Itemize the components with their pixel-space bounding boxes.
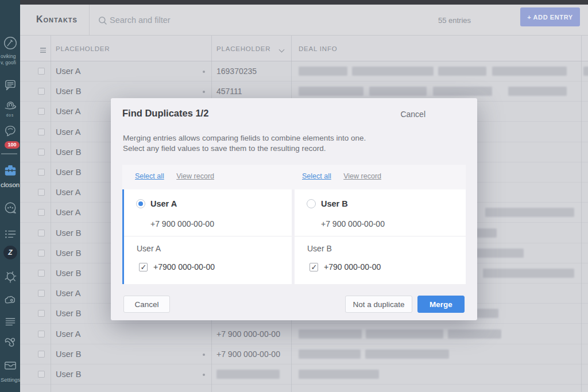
duplicate-panel: Select all View record Select all View r… [122, 165, 466, 284]
contact-name[interactable]: User B [56, 168, 81, 177]
row-checkbox[interactable] [38, 290, 45, 297]
merge-button[interactable]: Merge [417, 296, 465, 313]
sidebar-item-label[interactable]: Settings [1, 377, 24, 383]
sidebar-icon-caption: dos [0, 113, 20, 117]
contact-name[interactable]: User A [56, 127, 81, 137]
redacted-deal-pill [433, 87, 492, 96]
column-header-phone[interactable]: PLACEHOLDER [216, 45, 270, 52]
column-header-name[interactable]: PLACEHOLDER [56, 45, 110, 52]
row-checkbox[interactable] [38, 351, 45, 358]
row-checkbox[interactable] [38, 169, 45, 176]
cancel-button[interactable]: Cancel [123, 296, 170, 313]
tray-icon[interactable] [0, 358, 20, 373]
contact-phone: 169370235 [216, 67, 257, 76]
svg-text:Z: Z [7, 249, 13, 257]
contact-name[interactable]: User A [56, 67, 81, 76]
gear-doodle-icon[interactable] [0, 270, 20, 285]
radio-user-b[interactable] [307, 199, 316, 208]
sketch-bubble-icon[interactable] [0, 123, 20, 138]
line-list-icon[interactable] [0, 315, 20, 329]
chat-bubble-icon[interactable] [0, 77, 20, 92]
app-window: ovikingv, goofidos100closonZSettings Kon… [0, 0, 588, 392]
contact-name[interactable]: User B [56, 269, 81, 278]
compass-icon[interactable] [0, 36, 20, 51]
sidebar-divider [1, 153, 17, 154]
row-checkbox[interactable] [38, 129, 45, 135]
sidebar-account-label: ovikingv, goofi [1, 53, 24, 66]
contact-name[interactable]: User B [56, 228, 81, 238]
z-logo-icon[interactable]: Z [0, 245, 20, 260]
sidebar-item-label: closon [1, 181, 24, 188]
row-checkbox[interactable] [38, 310, 45, 317]
row-checkbox[interactable] [38, 68, 45, 75]
search-input[interactable] [110, 5, 328, 36]
handset-doodle-icon[interactable] [0, 335, 20, 350]
record-phone: +7 900 000-00-00 [321, 219, 385, 228]
redacted-deal-pill [508, 87, 567, 96]
divider [295, 236, 466, 236]
duplicate-card-user-b: User B +7 900 000-00-00 User B +790 000-… [295, 189, 466, 284]
redacted-deal-pill [299, 329, 362, 339]
radio-user-a[interactable] [136, 199, 145, 208]
row-checkbox[interactable] [38, 250, 45, 257]
topbar: Kontakts 55 entries + ADD ENTRY [20, 5, 588, 36]
row-checkbox[interactable] [38, 209, 45, 216]
checkbox-phone-b[interactable] [310, 263, 318, 271]
contact-phone: +7 900 000-00-00 [216, 350, 280, 359]
contact-name[interactable]: User B [56, 87, 81, 96]
cloud-doodle-icon[interactable] [0, 293, 20, 308]
modal-description: Select any field values to save them to … [123, 144, 456, 153]
contact-name[interactable]: User B [56, 350, 81, 359]
table-row[interactable]: User B [20, 364, 588, 385]
row-checkbox[interactable] [38, 108, 45, 115]
bullet-list-icon[interactable] [0, 227, 20, 242]
redacted-deal-pill [299, 350, 361, 359]
redacted-deal-pill [485, 208, 574, 217]
contact-name[interactable]: User B [56, 370, 81, 379]
row-checkbox[interactable] [38, 189, 45, 196]
row-checkbox[interactable] [38, 371, 45, 378]
contact-phone: 457111 [216, 87, 242, 96]
page-title: Kontakts [36, 14, 78, 25]
redacted-deal-pill [299, 67, 347, 76]
briefcase-icon[interactable] [0, 163, 20, 178]
record-phone: +7 900 000-00-00 [150, 219, 214, 228]
hamburger-icon[interactable] [40, 48, 46, 54]
row-checkbox[interactable] [38, 331, 45, 337]
row-checkbox[interactable] [38, 149, 45, 156]
divider [124, 236, 292, 236]
contact-name[interactable]: User B [56, 309, 81, 318]
table-row[interactable]: User A+7 900 000-00-00 [20, 324, 588, 344]
column-header-deal-info: DEAL INFO [299, 45, 337, 52]
not-a-duplicate-button[interactable]: Not a duplicate [345, 296, 412, 313]
row-checkbox[interactable] [38, 88, 45, 95]
redacted-deal-pill [448, 329, 501, 339]
checkbox-value[interactable]: +7900 000-00-00 [153, 262, 215, 271]
select-all-link[interactable]: Select all [135, 172, 164, 180]
add-entry-button[interactable]: + ADD ENTRY [520, 7, 580, 26]
view-record-link[interactable]: View record [176, 172, 214, 180]
view-record-link[interactable]: View record [343, 172, 381, 180]
contact-name[interactable]: User A [56, 289, 81, 298]
table-row[interactable]: User B+7 900 000-00-00 [20, 344, 588, 364]
redacted-deal-pill [483, 269, 574, 278]
chevron-down-icon[interactable] [279, 47, 285, 53]
select-all-link[interactable]: Select all [302, 172, 331, 180]
contact-name[interactable]: User B [56, 148, 81, 157]
row-checkbox[interactable] [38, 270, 45, 277]
checkbox-phone-a[interactable] [139, 263, 148, 271]
checkbox-value[interactable]: +790 000-00-00 [324, 262, 381, 271]
contact-name[interactable]: User A [56, 208, 81, 217]
speech-dots-icon[interactable] [0, 201, 20, 216]
contact-name[interactable]: User B [56, 249, 81, 258]
redacted-deal-pill [369, 87, 427, 96]
redacted-deal-pill [492, 67, 567, 76]
sidebar: ovikingv, goofidos100closonZSettings [0, 0, 20, 392]
row-checkbox[interactable] [38, 230, 45, 236]
contact-name[interactable]: User A [56, 188, 81, 197]
modal-cancel-link[interactable]: Cancel [400, 110, 425, 119]
snail-doodle-icon[interactable] [0, 98, 20, 112]
contact-name[interactable]: User A [56, 107, 81, 116]
table-row[interactable]: User A169370235 [20, 61, 588, 81]
contact-name[interactable]: User A [56, 329, 81, 339]
